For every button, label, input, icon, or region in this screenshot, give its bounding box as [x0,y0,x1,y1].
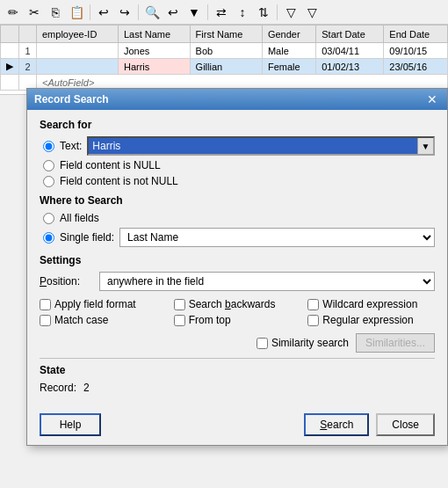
state-section-label: State [40,364,435,376]
position-select[interactable]: anywhere in the field beginning of field… [99,272,435,291]
table-area: employee-ID Last Name First Name Gender … [0,25,448,95]
toolbar-search-btn[interactable]: 🔍 [142,3,162,22]
row1-last[interactable]: Jones [118,43,190,59]
similarity-search-checkbox[interactable] [257,338,268,349]
position-row: Position: anywhere in the field beginnin… [40,272,435,291]
field-null-label[interactable]: Field content is NULL [60,159,161,171]
dialog-titlebar: Record Search ✕ [27,89,447,110]
row1-arrow [1,43,19,59]
field-null-option-row: Field content is NULL [40,159,435,171]
row2-end[interactable]: 23/05/16 [384,59,448,75]
autofield-arrow [1,75,19,91]
dialog-footer: Help Search Close [27,408,447,445]
toolbar-undo-btn[interactable]: ↩ [94,3,113,22]
toolbar-sort2-btn[interactable]: ↕ [233,3,252,22]
toolbar-copy-btn[interactable]: ⎘ [46,3,65,22]
close-button[interactable]: Close [376,413,435,436]
col-lastname-header: Last Name [118,25,190,43]
toolbar-sep1 [90,4,90,20]
text-dropdown-arrow[interactable]: ▼ [417,138,433,154]
all-fields-row: All fields [40,212,435,224]
toolbar-cut-btn[interactable]: ✂ [25,3,44,22]
search-backwards-checkbox[interactable] [174,299,185,310]
toolbar-sep2 [138,4,139,20]
toolbar-sort1-btn[interactable]: ⇄ [212,3,231,22]
row1-id[interactable] [37,43,119,59]
row1-end[interactable]: 09/10/15 [384,43,448,59]
single-field-label[interactable]: Single field: [60,231,114,244]
similarities-button[interactable]: Similarities... [356,333,435,353]
table-row[interactable]: ▶ 2 Harris Gillian Female 01/02/13 23/05… [1,59,448,75]
all-fields-radio[interactable] [43,213,54,224]
field-not-null-radio[interactable] [43,176,54,187]
search-button[interactable]: Search [304,413,369,436]
toolbar-filter2-btn[interactable]: ▽ [302,3,322,22]
apply-field-format-checkbox[interactable] [40,299,51,310]
toolbar-refresh-btn[interactable]: ↩ [163,3,183,22]
toolbar-redo-btn[interactable]: ↪ [115,3,134,22]
toolbar: ✏ ✂ ⎘ 📋 ↩ ↪ 🔍 ↩ ▼ ⇄ ↕ ⇅ ▽ ▽ [0,0,448,25]
row2-last[interactable]: Harris [118,59,190,75]
record-search-dialog: Record Search ✕ Search for Text: ▼ Field… [26,88,448,446]
toolbar-edit-btn[interactable]: ✏ [4,3,23,22]
single-field-row: Single field: Last Name First Name Gende… [40,228,435,247]
where-section-label: Where to Search [40,194,435,207]
col-enddate-header: End Date [384,25,448,43]
row1-gender[interactable]: Male [262,43,315,59]
wildcard-expression-cb-item: Wildcard expression [307,298,435,310]
field-null-radio[interactable] [43,160,54,171]
help-button[interactable]: Help [40,413,101,436]
search-text-input[interactable] [89,138,417,154]
from-top-label[interactable]: From top [189,314,231,326]
similarity-search-label[interactable]: Similarity search [271,337,349,349]
toolbar-sort3-btn[interactable]: ⇅ [254,3,273,22]
search-for-section-label: Search for [40,119,435,131]
row2-num: 2 [19,59,37,75]
search-backwards-label[interactable]: Search backwards [189,298,276,310]
col-startdate-header: Start Date [316,25,384,43]
wildcard-expression-label[interactable]: Wildcard expression [322,298,417,310]
row1-start[interactable]: 03/04/11 [316,43,384,59]
text-input-container: ▼ [87,136,435,156]
toolbar-filter1-btn[interactable]: ▽ [281,3,300,22]
row2-start[interactable]: 01/02/13 [316,59,384,75]
dialog-close-button[interactable]: ✕ [424,91,440,107]
row1-first[interactable]: Bob [190,43,262,59]
field-not-null-option-row: Field content is not NULL [40,175,435,187]
field-select[interactable]: Last Name First Name Gender Start Date E… [119,228,435,247]
toolbar-paste-btn[interactable]: 📋 [67,3,86,22]
dialog-body: Search for Text: ▼ Field content is NULL… [27,110,447,408]
col-rownum-header [19,25,37,43]
similarity-row: Similarity search Similarities... [40,333,435,353]
match-case-cb-item: Match case [40,314,167,326]
match-case-label[interactable]: Match case [54,314,108,326]
text-radio-label[interactable]: Text: [60,140,82,152]
field-not-null-label[interactable]: Field content is not NULL [60,175,178,187]
regular-expression-checkbox[interactable] [307,315,319,326]
row2-first[interactable]: Gillian [190,59,262,75]
toolbar-sep4 [277,4,278,20]
data-table: employee-ID Last Name First Name Gender … [0,25,448,91]
apply-field-format-label[interactable]: Apply field format [54,298,136,310]
col-arrow-header [1,25,19,43]
all-fields-label[interactable]: All fields [60,212,99,224]
wildcard-expression-checkbox[interactable] [307,299,319,310]
single-field-radio[interactable] [43,232,54,244]
regular-expression-label[interactable]: Regular expression [322,314,413,326]
row1-num: 1 [19,43,37,59]
toolbar-dropdown-btn[interactable]: ▼ [184,3,204,22]
apply-field-format-cb-item: Apply field format [40,298,167,310]
dialog-title: Record Search [34,93,109,106]
table-row[interactable]: 1 Jones Bob Male 03/04/11 09/10/15 [1,43,448,59]
text-radio[interactable] [43,141,54,152]
match-case-checkbox[interactable] [40,315,51,326]
row2-gender[interactable]: Female [262,59,315,75]
row2-id[interactable] [37,59,119,75]
from-top-cb-item: From top [174,314,301,326]
settings-section-label: Settings [40,254,435,266]
from-top-checkbox[interactable] [174,315,185,326]
divider [40,358,435,359]
text-option-row: Text: ▼ [40,136,435,156]
position-label: Position: [40,275,92,288]
search-backwards-cb-item: Search backwards [174,298,301,310]
